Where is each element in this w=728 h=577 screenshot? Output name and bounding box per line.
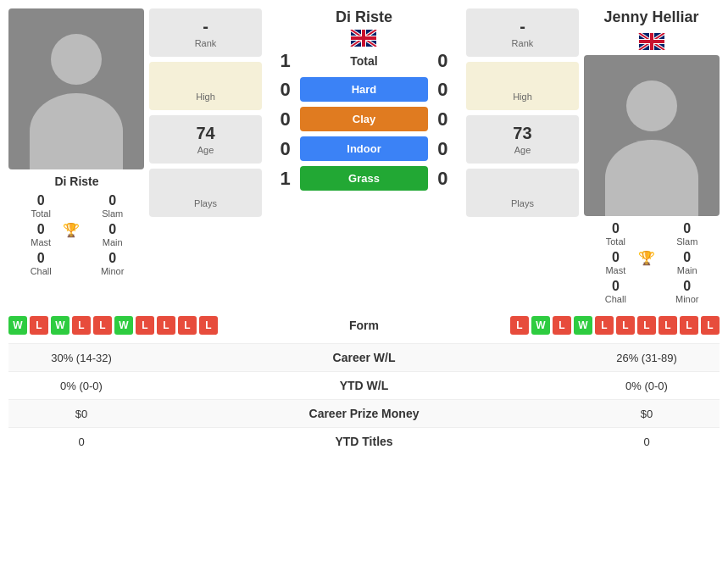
- right-stat-main: 0 Main: [655, 250, 720, 275]
- left-trophy-icon: 🏆: [63, 222, 80, 238]
- right-high-box: High: [466, 62, 579, 110]
- form-label: Form: [218, 319, 510, 332]
- form-pill: L: [93, 316, 112, 335]
- svg-rect-8: [351, 36, 376, 40]
- clay-right: 0: [428, 108, 458, 130]
- form-pill: L: [680, 316, 698, 335]
- left-high-label: High: [156, 92, 255, 102]
- career-wl-right: 26% (31-89): [579, 352, 714, 364]
- left-player-card: Di Riste 0 Total 0 Slam 0 Mast 🏆 0 Main: [8, 8, 145, 276]
- left-high-box: High: [149, 62, 262, 110]
- right-high-val: [473, 70, 572, 90]
- right-rank-label: Rank: [473, 38, 572, 48]
- ytd-wl-label: YTD W/L: [149, 379, 579, 392]
- left-flag: [350, 30, 377, 47]
- left-rank-val: -: [156, 17, 255, 36]
- ytd-titles-label: YTD Titles: [149, 435, 579, 448]
- right-trophy-icon: 🏆: [638, 250, 655, 266]
- right-avatar-body: [605, 140, 698, 216]
- form-pill: L: [553, 316, 571, 335]
- left-stat-minor: 0 Minor: [80, 251, 144, 276]
- career-wl-label: Career W/L: [149, 351, 579, 364]
- left-stat-chall: 0 Chall: [8, 251, 73, 276]
- right-age-box: 73 Age: [466, 115, 579, 164]
- left-age-box: 74 Age: [149, 115, 262, 164]
- right-age-val: 73: [473, 124, 572, 143]
- form-pill: L: [178, 316, 197, 335]
- hard-right: 0: [428, 79, 458, 101]
- main-container: Di Riste 0 Total 0 Slam 0 Mast 🏆 0 Main: [0, 0, 728, 463]
- indoor-right: 0: [428, 138, 458, 160]
- form-pill: L: [510, 316, 529, 335]
- left-stat-total: 0 Total: [8, 193, 73, 219]
- left-avatar-body: [30, 93, 123, 169]
- indoor-row: 0 Indoor 0: [270, 136, 458, 161]
- form-pill: W: [574, 316, 592, 335]
- bottom-section: WLWLLWLLLL Form LWLWLLLLLL 30% (14-32) C…: [8, 313, 720, 455]
- left-avatar: [8, 8, 144, 169]
- grass-left: 1: [270, 168, 300, 190]
- left-rank-label: Rank: [156, 38, 255, 48]
- left-age-label: Age: [156, 145, 255, 155]
- ytd-wl-left: 0% (0-0): [14, 380, 149, 392]
- left-age-val: 74: [156, 124, 255, 143]
- right-avatar: [584, 55, 720, 216]
- top-section: Di Riste 0 Total 0 Slam 0 Mast 🏆 0 Main: [8, 8, 720, 304]
- grass-button[interactable]: Grass: [300, 166, 428, 191]
- form-pill: W: [8, 316, 27, 335]
- left-form-pills: WLWLLWLLLL: [8, 316, 218, 335]
- match-center: Di Riste: [270, 8, 458, 196]
- right-plays-val: [473, 177, 572, 197]
- right-stat-minor: 0 Minor: [655, 279, 720, 304]
- total-row: 1 Total 0: [270, 50, 458, 72]
- right-stat-slam: 0 Slam: [655, 221, 720, 247]
- left-plays-label: Plays: [156, 198, 255, 208]
- form-pill: L: [199, 316, 218, 335]
- left-plays-val: [156, 177, 255, 197]
- form-pill: L: [701, 316, 720, 335]
- ytd-titles-right: 0: [579, 436, 714, 448]
- grass-row: 1 Grass 0: [270, 166, 458, 191]
- right-player-title: Jenny Helliar: [604, 8, 699, 26]
- form-pill: L: [157, 316, 175, 335]
- clay-button[interactable]: Clay: [300, 107, 428, 131]
- right-form-pills: LWLWLLLLLL: [510, 316, 720, 335]
- right-middle-panel: - Rank High 73 Age Plays: [466, 8, 579, 222]
- left-player-stats: 0 Total 0 Slam 0 Mast 🏆 0 Main 0: [8, 193, 145, 276]
- right-high-label: High: [473, 92, 572, 102]
- ytd-titles-row: 0 YTD Titles 0: [8, 427, 720, 455]
- left-stat-main: 0 Main: [80, 222, 144, 247]
- grass-right: 0: [428, 168, 458, 190]
- right-age-label: Age: [473, 145, 572, 155]
- prize-left: $0: [14, 408, 149, 420]
- form-pill: L: [637, 316, 656, 335]
- prize-row: $0 Career Prize Money $0: [8, 399, 720, 427]
- left-high-val: [156, 70, 255, 90]
- left-player-title-center: Di Riste: [300, 8, 428, 26]
- form-pill: L: [595, 316, 614, 335]
- indoor-button[interactable]: Indoor: [300, 136, 428, 161]
- career-wl-left: 30% (14-32): [14, 352, 149, 364]
- form-pill: W: [51, 316, 69, 335]
- hard-row: 0 Hard 0: [270, 77, 458, 102]
- right-player-stats: 0 Total 0 Slam 0 Mast 🏆 0 Main 0: [583, 221, 720, 304]
- hard-button[interactable]: Hard: [300, 77, 428, 102]
- form-pill: L: [72, 316, 91, 335]
- ytd-titles-left: 0: [14, 436, 149, 448]
- right-stat-mast: 0 Mast 🏆: [583, 250, 647, 275]
- left-stat-slam: 0 Slam: [80, 193, 144, 219]
- form-pill: W: [114, 316, 133, 335]
- form-pill: L: [30, 316, 48, 335]
- form-pill: L: [136, 316, 154, 335]
- indoor-left: 0: [270, 138, 300, 160]
- form-pill: L: [616, 316, 635, 335]
- right-player-card: Jenny Helliar 0: [583, 8, 720, 304]
- left-avatar-head: [51, 34, 102, 85]
- left-player-name: Di Riste: [54, 175, 98, 188]
- left-stat-mast: 0 Mast 🏆: [8, 222, 73, 247]
- career-wl-row: 30% (14-32) Career W/L 26% (31-89): [8, 343, 720, 371]
- left-plays-box: Plays: [149, 169, 262, 217]
- ytd-wl-right: 0% (0-0): [579, 380, 714, 392]
- total-right: 0: [428, 50, 458, 72]
- total-left: 1: [270, 50, 300, 72]
